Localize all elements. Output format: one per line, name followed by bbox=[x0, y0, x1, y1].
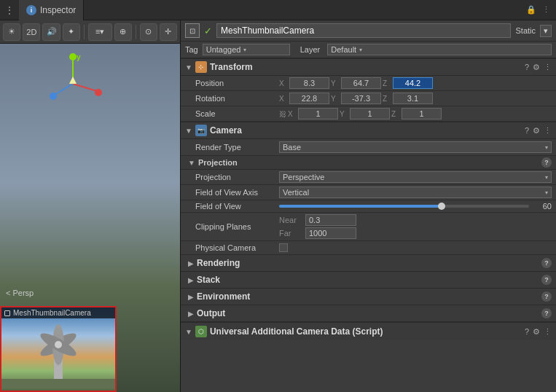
projection-label: Projection bbox=[195, 173, 279, 181]
svg-marker-7 bbox=[69, 77, 77, 84]
transform-help-icon[interactable]: ? bbox=[525, 63, 529, 72]
universal-icon: ⬡ bbox=[195, 326, 207, 337]
lock-icon[interactable]: 🔒 bbox=[526, 5, 536, 15]
scene-btn-audio[interactable]: 🔊 bbox=[42, 23, 60, 41]
clipping-planes-row: Clipping Planes Near Far bbox=[181, 213, 556, 241]
rotation-y-field[interactable] bbox=[341, 93, 381, 104]
universal-section[interactable]: ▼ ⬡ Universal Additional Camera Data (Sc… bbox=[181, 322, 556, 340]
output-section[interactable]: ▶ Output ? bbox=[181, 305, 556, 322]
fov-axis-dropdown[interactable]: Vertical ▾ bbox=[279, 187, 552, 198]
scene-btn-move[interactable]: ✛ bbox=[160, 23, 177, 41]
camera-help-icon[interactable]: ? bbox=[525, 126, 529, 136]
projection-dropdown[interactable]: Perspective ▾ bbox=[279, 171, 552, 183]
camera-menu-icon[interactable]: ⋮ bbox=[544, 126, 552, 136]
environment-collapse-icon: ▶ bbox=[188, 293, 194, 301]
position-x-field[interactable] bbox=[289, 77, 329, 89]
svg-line-3 bbox=[73, 84, 97, 91]
universal-collapse-icon: ▼ bbox=[185, 328, 192, 336]
gizmo-container: y bbox=[40, 51, 106, 117]
clipping-values: Near Far bbox=[279, 214, 552, 239]
position-z-field[interactable] bbox=[393, 77, 433, 89]
fov-axis-value: Vertical bbox=[283, 188, 309, 197]
svg-point-6 bbox=[50, 93, 57, 100]
static-dropdown[interactable]: ▾ bbox=[540, 25, 552, 37]
main-content: ☀ 2D 🔊 ✦ ≡▾ ⊕ ⊙ ✛ y bbox=[0, 20, 556, 392]
render-type-row: Render Type Base ▾ bbox=[181, 139, 556, 156]
pos-z-label: Z bbox=[383, 79, 391, 87]
camera-settings-icon[interactable]: ⚙ bbox=[533, 126, 540, 136]
rotation-x-field[interactable] bbox=[289, 93, 329, 104]
far-field[interactable] bbox=[305, 227, 356, 239]
scene-toolbar: ☀ 2D 🔊 ✦ ≡▾ ⊕ ⊙ ✛ bbox=[0, 20, 180, 44]
transform-actions: ? ⚙ ⋮ bbox=[525, 63, 552, 72]
camera-section-header[interactable]: ▼ 📷 Camera ? ⚙ ⋮ bbox=[181, 122, 556, 139]
tag-layer-row: Tag Untagged ▾ Layer Default ▾ bbox=[181, 42, 556, 58]
inspector-tab[interactable]: i Inspector bbox=[19, 0, 84, 20]
toolbar-divider-1 bbox=[84, 25, 85, 39]
stack-help-icon[interactable]: ? bbox=[541, 275, 552, 285]
camera-actions: ? ⚙ ⋮ bbox=[525, 126, 552, 136]
rendering-help-icon[interactable]: ? bbox=[541, 258, 552, 268]
object-name-field[interactable] bbox=[216, 23, 511, 38]
svg-point-12 bbox=[55, 341, 62, 348]
active-toggle[interactable]: ✓ bbox=[204, 26, 212, 36]
persp-label: < Persp bbox=[6, 289, 34, 297]
stack-title: Stack bbox=[197, 275, 539, 285]
scale-label: Scale bbox=[195, 109, 279, 118]
scene-btn-2d[interactable]: 2D bbox=[23, 23, 40, 41]
projection-subsection-header[interactable]: ▼ Projection ? bbox=[181, 156, 556, 170]
object-icon: ⊡ bbox=[185, 23, 200, 38]
render-type-dropdown[interactable]: Base ▾ bbox=[279, 141, 552, 153]
near-field[interactable] bbox=[305, 214, 356, 226]
camera-icon: 📷 bbox=[195, 125, 207, 136]
environment-section[interactable]: ▶ Environment ? bbox=[181, 289, 556, 305]
fov-axis-arrow-icon: ▾ bbox=[545, 189, 548, 196]
universal-help-icon[interactable]: ? bbox=[525, 327, 529, 337]
tag-arrow-icon: ▾ bbox=[243, 47, 246, 53]
scale-z-field[interactable] bbox=[402, 108, 442, 119]
universal-settings-icon[interactable]: ⚙ bbox=[533, 327, 540, 337]
environment-title: Environment bbox=[197, 291, 539, 302]
physical-camera-checkbox[interactable] bbox=[279, 243, 288, 252]
scene-btn-fx[interactable]: ✦ bbox=[63, 23, 80, 41]
rotation-z-field[interactable] bbox=[393, 93, 433, 104]
transform-menu-icon[interactable]: ⋮ bbox=[544, 63, 552, 72]
scale-y-field[interactable] bbox=[350, 108, 390, 119]
static-label: Static bbox=[515, 26, 536, 35]
universal-menu-icon[interactable]: ⋮ bbox=[544, 327, 552, 337]
environment-help-icon[interactable]: ? bbox=[541, 291, 552, 302]
universal-title: Universal Additional Camera Data (Script… bbox=[210, 326, 522, 337]
position-y-field[interactable] bbox=[341, 77, 381, 89]
position-row: Position X Y Z bbox=[181, 76, 556, 91]
tag-label: Tag bbox=[185, 45, 198, 54]
near-row: Near bbox=[279, 214, 552, 226]
scale-x-field[interactable] bbox=[298, 108, 338, 119]
position-label: Position bbox=[195, 79, 279, 87]
layer-value: Default bbox=[331, 45, 356, 54]
output-help-icon[interactable]: ? bbox=[541, 308, 552, 318]
scene-btn-light[interactable]: ☀ bbox=[3, 23, 20, 41]
rendering-section[interactable]: ▶ Rendering ? bbox=[181, 255, 556, 272]
fov-value: 60 bbox=[533, 202, 552, 211]
projection-help-icon[interactable]: ? bbox=[541, 157, 552, 168]
stack-section[interactable]: ▶ Stack ? bbox=[181, 272, 556, 289]
inspector-panel: ⊡ ✓ Static ▾ Tag Untagged ▾ Layer Defaul… bbox=[181, 20, 556, 392]
inspector-tab-label: Inspector bbox=[40, 5, 76, 15]
layer-dropdown[interactable]: Default ▾ bbox=[327, 44, 552, 55]
toolbar-divider-2 bbox=[136, 25, 136, 39]
camera-collapse-icon: ▼ bbox=[185, 127, 192, 135]
scene-btn-grid[interactable]: ⊕ bbox=[114, 23, 132, 41]
far-row: Far bbox=[279, 227, 552, 239]
scene-panel: ☀ 2D 🔊 ✦ ≡▾ ⊕ ⊙ ✛ y bbox=[0, 20, 181, 392]
fov-slider-track[interactable] bbox=[279, 205, 529, 208]
more-icon[interactable]: ⋮ bbox=[542, 5, 550, 15]
transform-section-header[interactable]: ▼ ⊹ Transform ? ⚙ ⋮ bbox=[181, 58, 556, 76]
rotation-label: Rotation bbox=[195, 94, 279, 103]
tag-dropdown[interactable]: Untagged ▾ bbox=[203, 44, 290, 55]
tab-dots-icon: ⋮ bbox=[0, 4, 19, 16]
fov-slider-thumb[interactable] bbox=[438, 203, 445, 210]
transform-settings-icon[interactable]: ⚙ bbox=[533, 63, 540, 72]
scene-btn-gizmo[interactable]: ⊙ bbox=[140, 23, 157, 41]
scene-btn-shading[interactable]: ≡▾ bbox=[88, 23, 112, 41]
scale-link-icon[interactable]: ⛓ bbox=[279, 110, 286, 118]
